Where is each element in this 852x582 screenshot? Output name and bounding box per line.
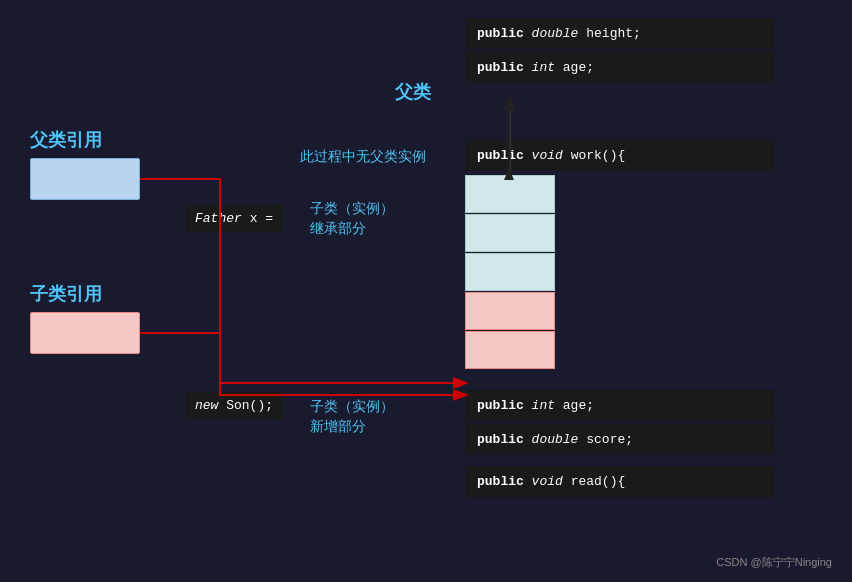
child-inherited-label: 继承部分: [310, 220, 366, 238]
watermark: CSDN @陈宁宁Ninging: [716, 555, 832, 570]
father-class-label: 父类: [395, 80, 431, 104]
mem-inherited-1: [465, 175, 555, 213]
public-kw-6: public: [477, 474, 532, 489]
father-ref-label: 父类引用: [30, 128, 102, 152]
public-kw-2: public: [477, 60, 532, 75]
double-kw-1: double: [532, 26, 579, 41]
father-assign-box: Father x =: [185, 205, 283, 232]
score-text: score;: [578, 432, 633, 447]
read-method-box: public void read(){: [465, 466, 775, 497]
public-kw-1: public: [477, 26, 532, 41]
child-ref-label: 子类引用: [30, 282, 102, 306]
public-kw-4: public: [477, 398, 532, 413]
inherited-mem-area: [465, 175, 555, 291]
new-son-box: new Son();: [185, 392, 283, 419]
int-kw-2: int: [532, 398, 555, 413]
child-ref-box: [30, 312, 140, 354]
mem-inherited-2: [465, 214, 555, 252]
no-instance-label: 此过程中无父类实例: [300, 148, 426, 166]
father-assign-text: x =: [250, 211, 273, 226]
age-text-2: age;: [555, 398, 594, 413]
score-field-box: public double score;: [465, 424, 775, 455]
height-field-box: public double height;: [465, 18, 775, 49]
child-new-label: 新增部分: [310, 418, 366, 436]
child-instance-top-label: 子类（实例）: [310, 200, 394, 218]
father-keyword: Father: [195, 211, 242, 226]
height-text: height;: [578, 26, 640, 41]
int-kw-1: int: [532, 60, 555, 75]
work-method-box: public void work(){: [465, 140, 775, 171]
work-text: work(){: [563, 148, 625, 163]
void-kw-1: void: [532, 148, 563, 163]
age-text: age;: [555, 60, 594, 75]
child-instance-bottom-label: 子类（实例）: [310, 398, 394, 416]
age-field-box: public int age;: [465, 52, 775, 83]
age-field2-box: public int age;: [465, 390, 775, 421]
father-ref-box: [30, 158, 140, 200]
mem-inherited-3: [465, 253, 555, 291]
void-kw-2: void: [532, 474, 563, 489]
new-mem-area: [465, 292, 555, 369]
mem-new-2: [465, 331, 555, 369]
mem-new-1: [465, 292, 555, 330]
public-kw-3: public: [477, 148, 532, 163]
double-kw-2: double: [532, 432, 579, 447]
son-text: Son();: [226, 398, 273, 413]
public-kw-5: public: [477, 432, 532, 447]
main-canvas: 父类引用 子类引用 Father x = new Son(); 父类 此过程中无…: [0, 0, 852, 582]
read-text: read(){: [563, 474, 625, 489]
new-keyword: new: [195, 398, 218, 413]
